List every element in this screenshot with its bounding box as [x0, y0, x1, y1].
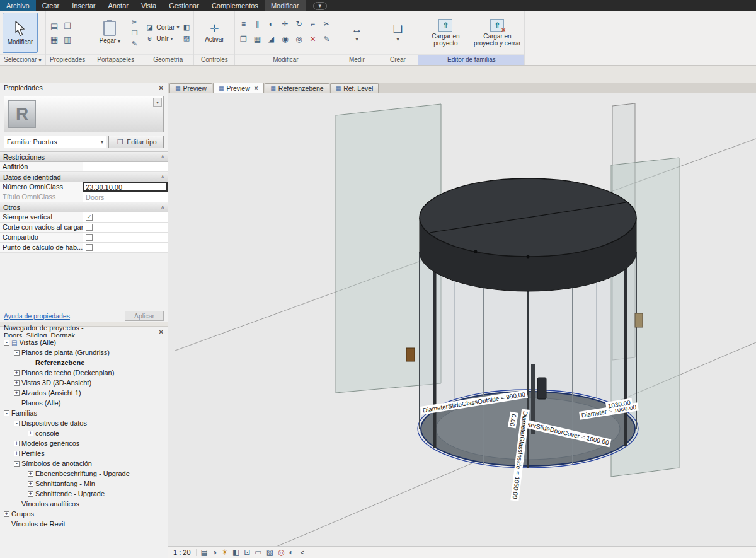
analytical-model-icon[interactable]: ◐: [289, 548, 293, 557]
project-browser-header[interactable]: Navegador de proyectos - Doors_Sliding_D…: [0, 327, 168, 337]
expander-icon[interactable]: +: [14, 451, 20, 456]
edit-icon[interactable]: ✎: [321, 33, 332, 45]
move-icon[interactable]: ✛: [279, 18, 290, 30]
load-into-project-button[interactable]: ⇑ Cargar en proyecto: [421, 13, 470, 53]
expander-icon[interactable]: +: [28, 491, 33, 497]
tab-vista[interactable]: Vista: [135, 0, 163, 11]
family-category-icon[interactable]: ▦: [49, 34, 60, 45]
expander-icon[interactable]: +: [28, 431, 33, 436]
expander-icon[interactable]: +: [28, 471, 33, 477]
type-selector-arrow-icon[interactable]: ▾: [153, 98, 162, 107]
mirror-icon[interactable]: ◐: [265, 18, 277, 30]
demolish-icon[interactable]: ▨: [181, 33, 191, 43]
section-datos-identidad[interactable]: Datos de identidad ∧: [0, 172, 168, 182]
canopy-fixing[interactable]: [527, 255, 530, 259]
view-tab-ref-level[interactable]: ▦ Ref. Level: [330, 83, 379, 93]
edit-type-button[interactable]: ❐ Editar tipo: [108, 136, 164, 148]
tab-archivo[interactable]: Archivo: [0, 0, 36, 11]
tree-item-dispositivos-de-datos[interactable]: -Dispositivos de datos: [0, 418, 168, 428]
section-otros[interactable]: Otros ∧: [0, 202, 168, 212]
expander-icon[interactable]: +: [14, 380, 20, 386]
tree-item-vistas[interactable]: -▤Vistas (Alle): [0, 337, 168, 347]
cut-icon[interactable]: ✂: [130, 18, 139, 27]
tree-item-alzados[interactable]: +Alzados (Ansicht 1): [0, 388, 168, 398]
sun-path-icon[interactable]: ☀: [221, 548, 228, 557]
drawing-area[interactable]: DiameterSlideGlassOutside = 990.00 eterS…: [168, 93, 756, 546]
panel-label-modificar[interactable]: Modificar: [235, 54, 336, 65]
detail-level-icon[interactable]: ▤: [201, 548, 208, 557]
tree-item-modelos-genericos[interactable]: +Modelos genéricos: [0, 438, 168, 448]
visual-style-icon[interactable]: ◑: [212, 548, 217, 557]
join-geometry-button[interactable]: ⊎ Unir ▾: [145, 34, 179, 44]
punto-calculo-checkbox[interactable]: ✓: [86, 244, 93, 251]
properties-help-link[interactable]: Ayuda de propiedades: [4, 312, 70, 320]
panel-label-propiedades[interactable]: Propiedades: [46, 54, 89, 65]
delete-icon[interactable]: ✕: [307, 33, 318, 45]
property-row-compartido[interactable]: Compartido ✓: [0, 233, 168, 243]
activate-controls-button[interactable]: ✛ Activar: [197, 13, 232, 53]
family-combobox[interactable]: Familia: Puertas ▾: [4, 136, 106, 148]
collapse-chevron-icon[interactable]: ∧: [161, 204, 164, 210]
panel-label-controles[interactable]: Controles: [194, 54, 234, 65]
tab-gestionar[interactable]: Gestionar: [163, 0, 205, 11]
ribbon-collapse-toggle[interactable]: ▾: [308, 0, 333, 11]
create-group-button[interactable]: ❏ ▾: [380, 13, 415, 53]
match-properties-icon[interactable]: ✎: [130, 39, 139, 49]
modify-tool-button[interactable]: Modificar: [3, 13, 38, 53]
tree-item-planos-de-planta[interactable]: -Planos de planta (Grundriss): [0, 347, 168, 357]
corte-vacios-checkbox[interactable]: ✓: [86, 224, 93, 231]
property-row-punto-calculo[interactable]: Punto de cálculo de hab... ✓: [0, 243, 168, 253]
visibility-icon[interactable]: ▥: [62, 34, 73, 45]
tree-item-schnittende[interactable]: +Schnittende - Upgrade: [0, 489, 168, 499]
canopy-fixing[interactable]: [474, 250, 478, 253]
tab-insertar[interactable]: Insertar: [66, 0, 101, 11]
tab-crear[interactable]: Crear: [36, 0, 66, 11]
property-row-omniclass-number[interactable]: Número OmniClass 23.30.10.00: [0, 182, 168, 192]
collapse-chevron-icon[interactable]: ∧: [161, 154, 164, 160]
property-row-siempre-vertical[interactable]: Siempre vertical ✓: [0, 212, 168, 223]
tree-item-familias[interactable]: -Familias: [0, 408, 168, 418]
copy-tool-icon[interactable]: ❐: [238, 33, 249, 45]
properties-palette-icon[interactable]: ▤: [49, 21, 60, 32]
scale-indicator[interactable]: 1 : 20: [173, 549, 197, 556]
measure-button[interactable]: ↔ ▾: [339, 13, 374, 53]
type-selector-preview[interactable]: R ▾: [4, 96, 164, 132]
panel-label-seleccionar[interactable]: Seleccionar ▾: [0, 54, 45, 65]
paint-icon[interactable]: ◧: [181, 23, 191, 32]
tab-modificar[interactable]: Modificar: [265, 0, 306, 11]
scale-icon[interactable]: ◢: [265, 33, 277, 45]
temporary-hide-icon[interactable]: ▧: [266, 548, 273, 557]
load-into-project-close-button[interactable]: ⇑✕ Cargar en proyecto y cerrar: [472, 13, 522, 53]
trim-extend-icon[interactable]: ⌐: [307, 18, 318, 30]
pin-icon[interactable]: ◉: [279, 33, 290, 45]
omniclass-number-input[interactable]: 23.30.10.00: [83, 182, 168, 192]
tree-item-planos-de-techo[interactable]: +Planos de techo (Deckenplan): [0, 368, 168, 378]
expander-icon[interactable]: +: [14, 390, 20, 396]
tree-item-vinculos-de-revit[interactable]: Vínculos de Revit: [0, 519, 168, 529]
shadows-icon[interactable]: ◧: [232, 548, 239, 557]
expander-icon[interactable]: -: [4, 410, 9, 416]
family-types-icon[interactable]: ❐: [62, 21, 73, 32]
tree-item-ebenenbeschriftung[interactable]: +Ebenenbeschriftung - Upgrade: [0, 468, 168, 479]
expander-icon[interactable]: -: [4, 340, 9, 346]
panel-label-portapapeles[interactable]: Portapapeles: [89, 54, 142, 65]
section-restricciones[interactable]: Restricciones ∧: [0, 152, 168, 162]
tab-complementos[interactable]: Complementos: [205, 0, 265, 11]
view-tab-preview-1[interactable]: ▦ Preview: [169, 83, 212, 93]
compartido-checkbox[interactable]: ✓: [86, 234, 93, 241]
properties-panel-header[interactable]: Propiedades ✕: [0, 83, 168, 93]
panel-label-geometria[interactable]: Geometría: [142, 54, 193, 65]
collapse-arrow-icon[interactable]: <: [301, 549, 304, 556]
cut-geometry-button[interactable]: ◪ Cortar ▾: [145, 23, 179, 32]
tab-anotar[interactable]: Anotar: [102, 0, 135, 11]
door-lock-box[interactable]: [537, 378, 546, 399]
tree-item-grupos[interactable]: +Grupos: [0, 509, 168, 519]
view-tab-referenzebene[interactable]: ▦ Referenzebene: [265, 83, 329, 93]
close-browser-icon[interactable]: ✕: [159, 328, 164, 335]
panel-label-crear[interactable]: Crear: [377, 54, 418, 65]
unpin-icon[interactable]: ◎: [293, 33, 304, 45]
expander-icon[interactable]: -: [14, 461, 20, 467]
panel-label-medir[interactable]: Medir: [336, 54, 377, 65]
show-crop-icon[interactable]: ▭: [255, 548, 261, 557]
close-properties-icon[interactable]: ✕: [159, 84, 164, 91]
